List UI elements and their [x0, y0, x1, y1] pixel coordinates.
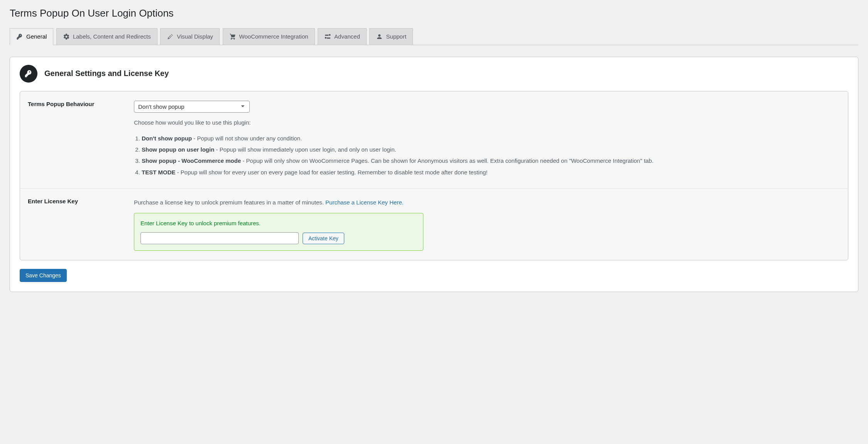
gear-icon: [63, 33, 70, 40]
field-description: Choose how would you like to use this pl…: [134, 118, 840, 127]
row-terms-popup-behaviour: Terms Popup Behaviour Don't show popup C…: [20, 91, 848, 189]
tab-labels-content-redirects[interactable]: Labels, Content and Redirects: [56, 28, 157, 45]
tab-label: Support: [386, 32, 406, 42]
tab-panel-general: General Settings and License Key Terms P…: [10, 57, 858, 292]
tab-label: General: [26, 32, 47, 42]
section-header: General Settings and License Key: [20, 65, 848, 83]
license-intro: Purchase a license key to unlock premium…: [134, 198, 840, 207]
key-icon: [20, 65, 37, 83]
field-label: Terms Popup Behaviour: [28, 101, 122, 179]
list-item: Show popup on user login - Popup will sh…: [142, 145, 840, 154]
activate-key-button[interactable]: Activate Key: [303, 233, 344, 244]
field-label: Enter License Key: [28, 198, 122, 251]
row-enter-license-key: Enter License Key Purchase a license key…: [20, 189, 848, 260]
purchase-license-link[interactable]: Purchase a License Key Here.: [325, 199, 404, 206]
tab-general[interactable]: General: [10, 28, 53, 45]
tab-label: Advanced: [334, 32, 360, 42]
toggle-icon: [324, 33, 331, 40]
tab-bar: General Labels, Content and Redirects Vi…: [10, 28, 858, 45]
cart-icon: [229, 33, 236, 40]
list-item: Show popup - WooCommerce mode - Popup wi…: [142, 156, 840, 165]
list-item: Don't show popup - Popup will not show u…: [142, 134, 840, 143]
key-icon: [16, 33, 23, 40]
license-key-input[interactable]: [140, 232, 299, 244]
tab-advanced[interactable]: Advanced: [318, 28, 367, 45]
list-item: TEST MODE - Popup will show for every us…: [142, 168, 840, 177]
terms-popup-behaviour-select[interactable]: Don't show popup: [134, 101, 250, 113]
section-title: General Settings and License Key: [44, 69, 169, 78]
behaviour-option-list: Don't show popup - Popup will not show u…: [142, 134, 840, 177]
tab-woocommerce-integration[interactable]: WooCommerce Integration: [223, 28, 315, 45]
person-icon: [376, 33, 383, 40]
tab-visual-display[interactable]: Visual Display: [160, 28, 220, 45]
pin-icon: [167, 33, 174, 40]
tab-support[interactable]: Support: [369, 28, 413, 45]
tab-label: Visual Display: [177, 32, 213, 42]
settings-panel: Terms Popup Behaviour Don't show popup C…: [20, 91, 848, 261]
page-title: Terms Popup On User Login Options: [10, 4, 858, 21]
tab-label: Labels, Content and Redirects: [73, 32, 151, 42]
tab-label: WooCommerce Integration: [239, 32, 308, 42]
save-changes-button[interactable]: Save Changes: [20, 269, 67, 282]
license-box: Enter License Key to unlock premium feat…: [134, 213, 423, 251]
license-hint: Enter License Key to unlock premium feat…: [140, 219, 417, 228]
